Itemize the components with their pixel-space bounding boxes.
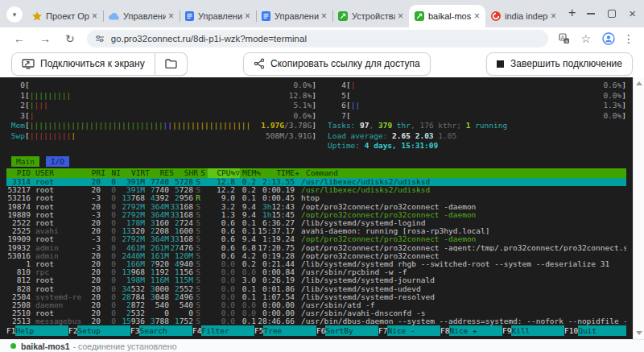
cpu-meter-5: 5[0.0%] [328,91,626,101]
process-row[interactable]: 19932admin-30461M261M27476S0.66.817:20.7… [6,243,626,251]
process-row[interactable]: 810rpc2001396811921156S0.00.00:00.84/usr… [6,268,626,276]
browser-tab[interactable]: baikal-mos1 -× [409,5,485,27]
browser-tab[interactable]: Устройства -× [332,5,409,27]
column-header-cmd[interactable]: Command [299,168,626,178]
tab-io[interactable]: I/O [46,156,69,167]
tab-title: india indepen [505,11,548,21]
column-header-s[interactable]: S [198,168,208,178]
forward-icon[interactable]: → [39,33,51,44]
tab-close-icon[interactable]: × [474,10,480,22]
tune-icon[interactable] [95,34,105,43]
column-header-res[interactable]: RES [150,168,174,178]
process-row[interactable]: 1root200166M79204940S0.00.20:21.44/lib/s… [6,259,626,267]
process-row[interactable]: 828root2003453230002552S0.00.10:01.86/li… [6,284,626,292]
tab-close-icon[interactable]: × [245,10,250,22]
translate-icon[interactable]: Aa [559,33,570,44]
process-row[interactable]: 2510root200253200S0.00.00:00.00/usr/sbin… [6,309,626,317]
htop-terminal[interactable]: 0[0.0%]1[|||||||||12.8%]2[||||5.1%]3[|0.… [0,77,633,339]
process-row[interactable]: 53217root200391M77405728S12.20.20:00.19/… [6,186,626,194]
new-tab-button[interactable]: + [568,6,576,20]
cpu-meter-7: 7[0.0%] [328,111,626,122]
maximize-icon[interactable] [608,10,616,18]
tab-title: Управление у [275,11,319,21]
terminal-scrollbar[interactable] [633,77,644,339]
meters-right-column: 4[|0.6%]5[0.0%]6[||1.3%]7[0.0%]Tasks: 97… [316,81,626,151]
fkey-kill[interactable]: F9Kill [502,325,564,336]
column-header-ni[interactable]: NI [105,168,121,178]
browser-tab[interactable]: Проект Open× [27,5,103,27]
reload-icon[interactable]: ↻ [65,33,75,44]
tab-close-icon[interactable]: × [168,10,174,22]
kebab-menu-icon[interactable]: ⋮ [623,33,634,44]
process-table-header: PIDUSERPRINIVIRTRESSHRSCPU%▽MEM%TIME+Com… [6,168,626,178]
process-row[interactable]: 53016admin2002440M161M120MS0.64.20:19.28… [6,251,626,259]
process-row[interactable]: 2513messagebus2001593637881752S0.00.128:… [6,317,626,325]
copy-link-button[interactable]: Скопировать ссылку для доступа [243,52,431,76]
browser-navbar: ← → ↻ go.pro32connect.ru/8di-p1i-wzk?mod… [0,27,644,50]
process-row[interactable]: 812root200198M116M115MS0.03.00:26.19/lib… [6,276,626,284]
fkey-search[interactable]: F3Search [130,325,192,336]
fkey-sortby[interactable]: F6SortBy [316,325,378,336]
process-row[interactable]: 19874root2002792M364M33168S3.29.43h12:43… [6,202,626,210]
column-header-mem[interactable]: MEM% [240,168,261,178]
tab-close-icon[interactable]: × [398,10,403,22]
process-row[interactable]: 2508daemon2002872540540S0.00.00:00.00/us… [6,300,626,309]
bookmark-star-icon[interactable]: ☆ [580,33,591,44]
fkey-setup[interactable]: F2Setup [68,325,130,336]
column-header-virt[interactable]: VIRT [121,168,150,178]
profile-avatar-icon[interactable] [602,32,615,45]
tab-close-icon[interactable]: × [551,10,556,22]
scroll-down-icon[interactable] [636,331,642,335]
process-row[interactable]: 19889root-302792M364M33168S1.39.41h15:45… [6,210,626,218]
fkey-help[interactable]: F1Help [6,325,68,336]
tab-main[interactable]: Main [11,156,39,167]
browser-tab[interactable]: Управление п× [180,5,256,27]
column-header-shr[interactable]: SHR [174,168,198,178]
tab-search-button[interactable]: ▾ [6,6,23,23]
tab-title: baikal-mos1 - [428,11,472,21]
process-row[interactable]: 2525avahi2001332022081600S0.60.115:37.17… [6,227,626,235]
column-header-cpu[interactable]: CPU%▽ [208,168,240,178]
connect-screen-label: Подключиться к экрану [40,58,145,69]
url-bar[interactable]: go.pro32connect.ru/8di-p1i-wzk?mode=term… [87,30,549,48]
connection-toolbar: Подключиться к экрану Скопировать ссылку… [0,50,644,77]
browser-tab[interactable]: Управление з× [103,5,180,27]
tab-close-icon[interactable]: × [92,10,97,22]
htop-meters: 0[0.0%]1[|||||||||12.8%]2[||||5.1%]3[|0.… [6,81,626,151]
scroll-up-icon[interactable] [636,81,642,85]
tab-close-icon[interactable]: × [321,10,327,22]
column-header-pri[interactable]: PRI [87,168,105,178]
close-icon[interactable]: × [629,10,636,18]
process-table: PIDUSERPRINIVIRTRESSHRSCPU%▽MEM%TIME+Com… [6,168,626,337]
fkey-tree[interactable]: F5Tree [254,325,316,336]
process-row[interactable]: 19909root-302792M364M33168S0.69.41:19.24… [6,235,626,243]
browser-tab[interactable]: india indepen× [485,5,562,27]
tab-list: Проект Open×Управление з×Управление п×Уп… [27,0,562,27]
column-header-time[interactable]: TIME+ [261,168,299,178]
process-row[interactable]: 2504systemd-re2002878430482496S0.00.11:0… [6,292,626,300]
folder-icon [165,59,177,68]
column-header-user[interactable]: USER [31,168,87,178]
column-header-pid[interactable]: PID [6,168,31,178]
fkey-filter[interactable]: F4Filter [192,325,254,336]
tab-title: Управление з [123,11,166,21]
process-row[interactable]: 53216root-301376843922956R9.00.10:00.45h… [6,194,626,202]
browser-tab-strip: ▾ Проект Open×Управление з×Управление п×… [0,0,644,27]
process-row[interactable]: 2522root200178M31602724S0.60.16:36.27/li… [6,218,626,226]
end-connection-button[interactable]: Завершить подключение [486,52,633,76]
fkey-nice[interactable]: F8Nice + [440,325,502,336]
function-key-bar: F1HelpF2SetupF3SearchF4FilterF5TreeF6Sor… [6,325,626,336]
tasks-line: Tasks: 97, 379 thr, 176 kthr; 1 running [328,121,626,131]
connection-status-bar: baikal-mos1 - соединение установлено [0,339,644,352]
minimize-icon[interactable] [587,13,595,14]
fkey-quit[interactable]: F10Quit [564,325,626,336]
process-row[interactable]: 3314root200391M77405728S12.80.22:13.55/u… [6,178,626,186]
back-icon[interactable]: ← [14,33,25,44]
fkey-nice[interactable]: F7Nice - [378,325,440,336]
window-controls: × [576,0,644,27]
browser-tab[interactable]: Управление у× [256,5,332,27]
pro32-favicon-icon [338,11,348,21]
connect-screen-button[interactable]: Подключиться к экрану [11,52,155,76]
file-manager-button[interactable] [155,52,188,76]
red-favicon-icon [491,11,501,21]
